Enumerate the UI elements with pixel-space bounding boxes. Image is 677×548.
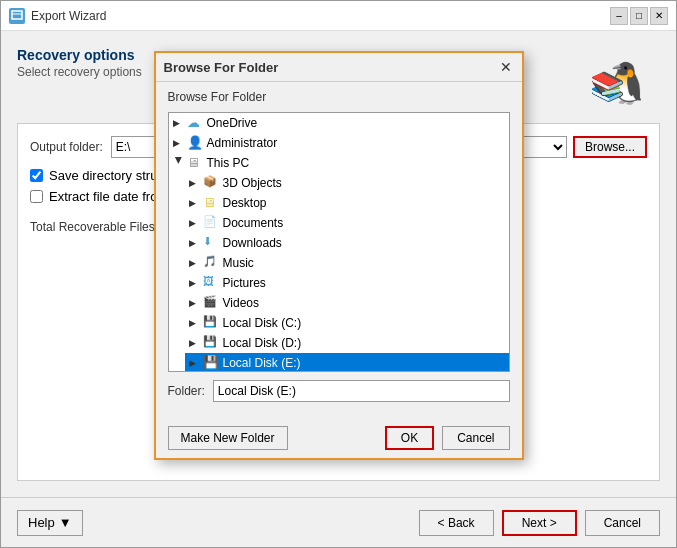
help-arrow-icon: ▼ [59,515,72,530]
dialog-close-button[interactable]: ✕ [498,59,514,75]
svg-rect-0 [12,11,22,19]
dialog-subtitle: Browse For Folder [168,90,510,104]
minimize-button[interactable]: – [610,7,628,25]
wizard-window: Export Wizard – □ ✕ Recovery options Sel… [0,0,677,548]
label-edrive: Local Disk (E:) [223,356,301,370]
tree-item-3dobjects[interactable]: ▶ 📦 3D Objects [185,173,509,193]
label-documents: Documents [223,216,284,230]
arrow-music[interactable]: ▶ [189,258,201,268]
label-3dobjects: 3D Objects [223,176,282,190]
label-music: Music [223,256,254,270]
icon-music: 🎵 [203,255,219,271]
tree-item-edrive[interactable]: ▶ 💾 Local Disk (E:) [185,353,509,371]
icon-documents: 📄 [203,215,219,231]
label-pictures: Pictures [223,276,266,290]
main-cancel-button[interactable]: Cancel [585,510,660,536]
footer-left: Help ▼ [17,510,419,536]
title-bar: Export Wizard – □ ✕ [1,1,676,31]
icon-admin: 👤 [187,135,203,151]
dialog-overlay: Browse For Folder ✕ Browse For Folder ▶ … [1,31,676,497]
tree-item-onedrive[interactable]: ▶ ☁ OneDrive [169,113,509,133]
app-icon [9,8,25,24]
arrow-3dobjects[interactable]: ▶ [189,178,201,188]
tree-item-thispc[interactable]: ▶ 🖥 This PC [169,153,509,173]
title-bar-text: Export Wizard [31,9,604,23]
arrow-onedrive[interactable]: ▶ [173,118,185,128]
dialog-footer: Make New Folder OK Cancel [156,418,522,458]
tree-item-admin[interactable]: ▶ 👤 Administrator [169,133,509,153]
cancel-button[interactable]: Cancel [442,426,509,450]
arrow-admin[interactable]: ▶ [173,138,185,148]
wizard-content: Recovery options Select recovery options… [1,31,676,497]
tree-item-videos[interactable]: ▶ 🎬 Videos [185,293,509,313]
folder-tree: ▶ ☁ OneDrive ▶ 👤 Administrator [168,112,510,372]
help-label: Help [28,515,55,530]
dialog-titlebar: Browse For Folder ✕ [156,53,522,82]
tree-item-pictures[interactable]: ▶ 🖼 Pictures [185,273,509,293]
maximize-button[interactable]: □ [630,7,648,25]
browse-folder-dialog: Browse For Folder ✕ Browse For Folder ▶ … [154,51,524,460]
wizard-footer: Help ▼ < Back Next > Cancel [1,497,676,547]
label-desktop: Desktop [223,196,267,210]
arrow-edrive[interactable]: ▶ [189,358,201,368]
icon-downloads: ⬇ [203,235,219,251]
title-bar-controls: – □ ✕ [610,7,668,25]
dialog-body: Browse For Folder ▶ ☁ OneDrive [156,82,522,418]
back-button[interactable]: < Back [419,510,494,536]
folder-label-row: Folder: [168,380,510,402]
next-button[interactable]: Next > [502,510,577,536]
label-admin: Administrator [207,136,278,150]
tree-item-documents[interactable]: ▶ 📄 Documents [185,213,509,233]
close-button[interactable]: ✕ [650,7,668,25]
folder-label: Folder: [168,384,205,398]
icon-thispc: 🖥 [187,155,203,171]
footer-right: < Back Next > Cancel [419,510,660,536]
label-ddrive: Local Disk (D:) [223,336,302,350]
label-downloads: Downloads [223,236,282,250]
label-videos: Videos [223,296,259,310]
arrow-desktop[interactable]: ▶ [189,198,201,208]
label-thispc: This PC [207,156,250,170]
label-cdrive: Local Disk (C:) [223,316,302,330]
arrow-ddrive[interactable]: ▶ [189,338,201,348]
tree-item-music[interactable]: ▶ 🎵 Music [185,253,509,273]
tree-item-cdrive[interactable]: ▶ 💾 Local Disk (C:) [185,313,509,333]
tree-item-ddrive[interactable]: ▶ 💾 Local Disk (D:) [185,333,509,353]
help-button[interactable]: Help ▼ [17,510,83,536]
icon-desktop: 🖥 [203,195,219,211]
icon-onedrive: ☁ [187,115,203,131]
arrow-thispc[interactable]: ▶ [174,157,184,169]
icon-cdrive: 💾 [203,315,219,331]
icon-edrive: 💾 [203,355,219,371]
tree-scroll[interactable]: ▶ ☁ OneDrive ▶ 👤 Administrator [169,113,509,371]
label-onedrive: OneDrive [207,116,258,130]
arrow-videos[interactable]: ▶ [189,298,201,308]
arrow-downloads[interactable]: ▶ [189,238,201,248]
icon-3dobjects: 📦 [203,175,219,191]
folder-input[interactable] [213,380,510,402]
icon-ddrive: 💾 [203,335,219,351]
arrow-cdrive[interactable]: ▶ [189,318,201,328]
tree-item-downloads[interactable]: ▶ ⬇ Downloads [185,233,509,253]
ok-button[interactable]: OK [385,426,434,450]
make-new-folder-button[interactable]: Make New Folder [168,426,288,450]
tree-item-desktop[interactable]: ▶ 🖥 Desktop [185,193,509,213]
arrow-pictures[interactable]: ▶ [189,278,201,288]
icon-pictures: 🖼 [203,275,219,291]
icon-videos: 🎬 [203,295,219,311]
dialog-title: Browse For Folder [164,60,279,75]
arrow-documents[interactable]: ▶ [189,218,201,228]
dialog-footer-right: OK Cancel [385,426,510,450]
